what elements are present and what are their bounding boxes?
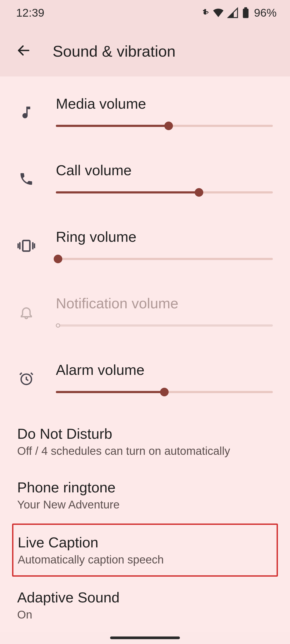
status-time: 12:39 bbox=[16, 6, 44, 19]
svg-rect-0 bbox=[243, 9, 248, 18]
live-caption-item[interactable]: Live Caption Automatically caption speec… bbox=[12, 524, 278, 577]
bell-icon bbox=[17, 302, 35, 320]
alarm-volume-slider[interactable] bbox=[56, 391, 273, 393]
svg-rect-1 bbox=[244, 7, 247, 9]
call-volume-slider[interactable] bbox=[56, 191, 273, 193]
adaptive-sub: On bbox=[17, 608, 273, 621]
settings-list: Media volume Call volume Ring volume bbox=[0, 76, 290, 632]
notification-volume-label: Notification volume bbox=[56, 295, 273, 312]
do-not-disturb-item[interactable]: Do Not Disturb Off / 4 schedules can tur… bbox=[0, 415, 290, 468]
navigation-handle[interactable] bbox=[110, 636, 180, 639]
phone-ringtone-item[interactable]: Phone ringtone Your New Adventure bbox=[0, 468, 290, 522]
call-volume-label: Call volume bbox=[56, 162, 273, 178]
dnd-sub: Off / 4 schedules can turn on automatica… bbox=[17, 445, 273, 458]
media-volume-slider[interactable] bbox=[56, 125, 273, 127]
back-button[interactable] bbox=[16, 43, 31, 59]
dnd-title: Do Not Disturb bbox=[17, 425, 273, 442]
wifi-icon bbox=[213, 7, 224, 19]
page-title: Sound & vibration bbox=[53, 42, 176, 60]
battery-percentage: 96% bbox=[254, 6, 277, 19]
svg-rect-2 bbox=[23, 240, 30, 251]
ring-volume-slider[interactable] bbox=[56, 258, 273, 260]
key-icon bbox=[199, 8, 209, 18]
notification-volume-row: Notification volume bbox=[0, 281, 290, 348]
alarm-volume-label: Alarm volume bbox=[56, 361, 273, 378]
ringtone-title: Phone ringtone bbox=[17, 479, 273, 496]
status-bar: 12:39 96% bbox=[0, 0, 290, 25]
live-caption-title: Live Caption bbox=[18, 534, 272, 551]
battery-icon bbox=[242, 7, 250, 19]
music-note-icon bbox=[17, 102, 35, 120]
status-icons: 96% bbox=[199, 6, 277, 19]
alarm-volume-row: Alarm volume bbox=[0, 348, 290, 415]
adaptive-sound-item[interactable]: Adaptive Sound On bbox=[0, 578, 290, 632]
call-volume-row: Call volume bbox=[0, 148, 290, 215]
media-volume-label: Media volume bbox=[56, 95, 273, 112]
ring-volume-row: Ring volume bbox=[0, 215, 290, 281]
notification-volume-slider bbox=[56, 324, 273, 327]
signal-icon bbox=[227, 7, 238, 19]
live-caption-sub: Automatically caption speech bbox=[18, 553, 272, 566]
phone-icon bbox=[17, 169, 35, 187]
alarm-icon bbox=[17, 368, 35, 386]
adaptive-title: Adaptive Sound bbox=[17, 589, 273, 606]
media-volume-row: Media volume bbox=[0, 82, 290, 148]
app-bar: Sound & vibration bbox=[0, 25, 290, 76]
ring-volume-label: Ring volume bbox=[56, 228, 273, 245]
vibrate-icon bbox=[17, 235, 35, 253]
ringtone-sub: Your New Adventure bbox=[17, 498, 273, 511]
